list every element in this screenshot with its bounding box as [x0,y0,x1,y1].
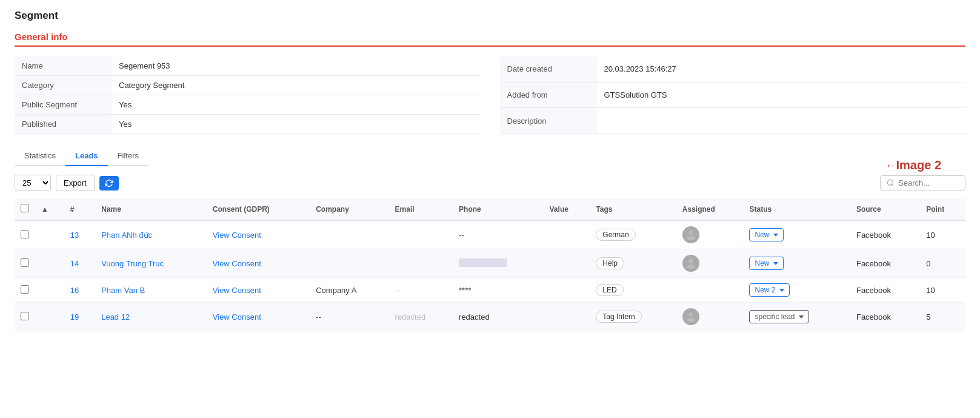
row-consent[interactable]: View Consent [213,231,261,240]
info-row: NameSegement 953 [15,56,481,76]
info-row: PublishedYes [15,115,481,134]
row-id[interactable]: 14 [70,259,79,268]
tab-filters[interactable]: Filters [108,146,148,166]
annotation-arrow: ← [885,160,896,172]
info-value: Yes [112,95,481,115]
search-icon [887,179,895,187]
row-value [544,249,590,278]
avatar [682,226,699,243]
row-checkbox[interactable] [21,312,29,320]
row-assigned [676,249,744,278]
phone-value: -- [459,231,464,240]
row-phone: -- [453,220,543,249]
table-row: 16 Pham Van B View Consent Company A -- … [15,278,965,303]
svg-point-5 [687,265,695,269]
row-status[interactable]: New [743,220,850,249]
row-point: 0 [920,249,965,278]
col-value: Value [544,198,590,220]
search-input[interactable] [898,178,959,187]
info-row: CategoryCategory Segment [15,76,481,95]
row-email: -- [389,278,453,303]
export-button[interactable]: Export [56,175,95,191]
row-name[interactable]: Pham Van B [101,286,145,295]
info-grid: NameSegement 953CategoryCategory Segment… [15,56,965,134]
row-name[interactable]: Lead 12 [101,312,130,322]
toolbar: 25 50 100 Export [15,175,965,191]
refresh-button[interactable] [99,176,119,190]
col-source: Source [850,198,920,220]
tab-leads[interactable]: Leads [65,146,108,166]
info-label: Category [15,76,112,95]
status-button[interactable]: New [749,228,783,241]
refresh-icon [105,179,113,187]
info-label: Date created [500,56,597,82]
status-button[interactable]: New [749,257,783,270]
svg-point-7 [687,318,695,322]
row-status[interactable]: New 2 [743,278,850,303]
chevron-down-icon [799,315,804,319]
info-value [597,108,966,134]
row-status[interactable]: New [743,249,850,278]
sort-icon: ▲ [41,205,48,214]
row-consent[interactable]: View Consent [213,312,261,322]
col-assigned: Assigned [676,198,744,220]
info-label: Published [15,115,112,134]
svg-point-3 [687,236,695,240]
row-source: Facebook [850,249,920,278]
row-checkbox[interactable] [21,258,29,267]
avatar [682,255,699,272]
general-info-section: General info NameSegement 953CategoryCat… [15,32,965,134]
select-all-checkbox[interactable] [21,204,29,212]
table-row: 19 Lead 12 View Consent -- redacted reda… [15,303,965,331]
row-assigned [676,278,744,303]
row-point: 10 [920,278,965,303]
row-status[interactable]: specific lead [743,303,850,331]
phone-value: redacted [459,312,490,322]
row-source: Facebook [850,303,920,331]
col-name: Name [95,198,207,220]
row-id[interactable]: 16 [70,286,79,295]
row-source: Facebook [850,278,920,303]
row-value [544,303,590,331]
svg-point-2 [688,231,693,235]
svg-line-1 [892,184,893,186]
info-right-table: Date created20.03.2023 15:46:27Added fro… [500,56,966,134]
perpage-select[interactable]: 25 50 100 [15,175,51,191]
row-value [544,220,590,249]
row-email [389,249,453,278]
row-phone [453,249,543,278]
row-name[interactable]: Vuong Trung Truc [101,259,164,268]
tab-statistics[interactable]: Statistics [15,146,65,166]
phone-blur [459,258,507,267]
row-name[interactable]: Phan ANh đức [101,231,152,240]
table-body: 13 Phan ANh đức View Consent -- German N… [15,220,965,331]
row-phone: **** [453,278,543,303]
row-consent[interactable]: View Consent [213,259,261,268]
row-email: redacted [389,303,453,331]
row-assigned [676,220,744,249]
info-value: Segement 953 [112,56,481,76]
row-consent[interactable]: View Consent [213,286,261,295]
row-tags: German [590,220,676,249]
col-tags: Tags [590,198,676,220]
tab-bar: StatisticsLeadsFilters [15,146,148,166]
tag-badge: Tag Intern [596,311,641,323]
row-phone: redacted [453,303,543,331]
status-button[interactable]: New 2 [749,283,789,297]
col-status: Status [743,198,850,220]
svg-point-6 [688,312,693,317]
row-company [310,249,388,278]
row-id[interactable]: 13 [70,231,79,240]
page-title: Segment [15,10,965,22]
row-company [310,220,388,249]
row-id[interactable]: 19 [70,312,79,322]
row-tags: LED [590,278,676,303]
row-checkbox[interactable] [21,285,29,294]
phone-value: **** [459,286,471,295]
status-button[interactable]: specific lead [749,310,808,323]
tag-badge: Help [596,257,624,269]
search-wrapper [880,175,965,190]
row-checkbox[interactable] [21,230,29,238]
col-point: Point [920,198,965,220]
row-email [389,220,453,249]
